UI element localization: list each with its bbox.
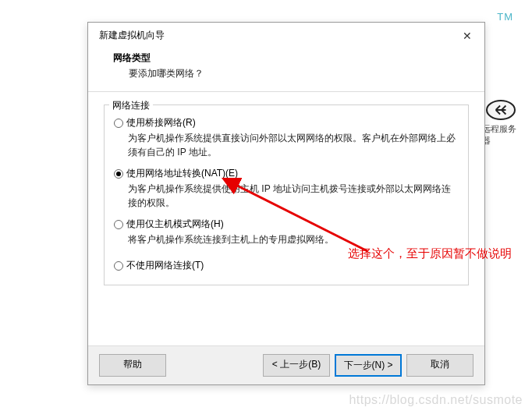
radio-option-bridged[interactable]: 使用桥接网络(R) 为客户机操作系统提供直接访问外部以太网网络的权限。客户机在外… bbox=[114, 116, 459, 159]
remote-server-sidebar-item: 远程服务器 bbox=[482, 100, 520, 143]
back-button[interactable]: < 上一步(B) bbox=[263, 354, 330, 377]
radio-description: 为客户机操作系统提供直接访问外部以太网网络的权限。客户机在外部网络上必须有自己的… bbox=[114, 129, 459, 159]
next-button[interactable]: 下一步(N) > bbox=[335, 354, 402, 377]
annotation-text: 选择这个，至于原因暂不做说明 bbox=[348, 246, 512, 261]
radio-label: 使用桥接网络(R) bbox=[126, 116, 196, 129]
remote-server-label: 远程服务器 bbox=[482, 123, 520, 147]
wizard-dialog: 新建虚拟机向导 ✕ 网络类型 要添加哪类网络？ 网络连接 使用桥接网络(R) 为… bbox=[87, 22, 485, 385]
header-title: 网络类型 bbox=[113, 51, 484, 65]
button-bar: 帮助 < 上一步(B) 下一步(N) > 取消 bbox=[88, 345, 484, 384]
wizard-header: 网络类型 要添加哪类网络？ bbox=[88, 47, 484, 92]
remote-server-icon bbox=[486, 100, 516, 120]
radio-description: 为客户机操作系统提供使用主机 IP 地址访问主机拨号连接或外部以太网网络连接的权… bbox=[114, 180, 459, 210]
radio-option-nat[interactable]: 使用网络地址转换(NAT)(E) 为客户机操作系统提供使用主机 IP 地址访问主… bbox=[114, 167, 459, 210]
radio-label: 使用仅主机模式网络(H) bbox=[126, 218, 224, 231]
radio-label: 使用网络地址转换(NAT)(E) bbox=[126, 167, 238, 180]
radio-option-hostonly[interactable]: 使用仅主机模式网络(H) 将客户机操作系统连接到主机上的专用虚拟网络。 bbox=[114, 218, 459, 246]
radio-icon bbox=[114, 261, 123, 271]
header-subtitle: 要添加哪类网络？ bbox=[113, 67, 484, 80]
help-button[interactable]: 帮助 bbox=[99, 354, 166, 377]
radio-icon bbox=[114, 220, 123, 229]
close-button[interactable]: ✕ bbox=[458, 30, 477, 42]
cancel-button[interactable]: 取消 bbox=[406, 354, 473, 377]
radio-label: 不使用网络连接(T) bbox=[126, 259, 204, 272]
background-tm-text: TM bbox=[497, 11, 513, 23]
radio-icon bbox=[114, 119, 123, 128]
titlebar: 新建虚拟机向导 ✕ bbox=[88, 23, 484, 47]
dialog-title: 新建虚拟机向导 bbox=[99, 29, 165, 42]
radio-icon bbox=[114, 169, 123, 179]
radio-description: 将客户机操作系统连接到主机上的专用虚拟网络。 bbox=[114, 231, 459, 246]
groupbox-label: 网络连接 bbox=[109, 99, 153, 112]
watermark: https://blog.csdn.net/susmote bbox=[349, 393, 523, 407]
